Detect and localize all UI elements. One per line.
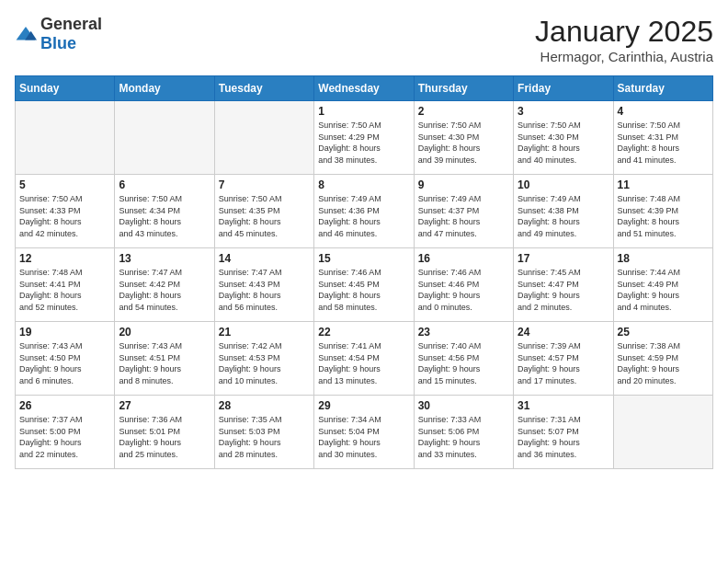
day-info: Sunrise: 7:38 AM Sunset: 4:59 PM Dayligh… bbox=[618, 340, 709, 386]
day-info: Sunrise: 7:50 AM Sunset: 4:30 PM Dayligh… bbox=[518, 120, 609, 166]
day-info: Sunrise: 7:35 AM Sunset: 5:03 PM Dayligh… bbox=[219, 414, 310, 460]
day-of-week-header: Sunday bbox=[16, 76, 115, 101]
calendar-day-cell: 13Sunrise: 7:47 AM Sunset: 4:42 PM Dayli… bbox=[115, 248, 214, 322]
day-number: 22 bbox=[318, 326, 409, 339]
calendar-day-cell: 4Sunrise: 7:50 AM Sunset: 4:31 PM Daylig… bbox=[613, 101, 712, 175]
day-info: Sunrise: 7:41 AM Sunset: 4:54 PM Dayligh… bbox=[318, 340, 409, 386]
calendar-day-cell: 31Sunrise: 7:31 AM Sunset: 5:07 PM Dayli… bbox=[514, 396, 613, 469]
day-of-week-header: Friday bbox=[514, 76, 613, 101]
calendar-day-cell: 5Sunrise: 7:50 AM Sunset: 4:33 PM Daylig… bbox=[16, 175, 115, 248]
day-number: 27 bbox=[119, 399, 210, 412]
day-info: Sunrise: 7:46 AM Sunset: 4:46 PM Dayligh… bbox=[418, 267, 509, 313]
day-info: Sunrise: 7:50 AM Sunset: 4:30 PM Dayligh… bbox=[418, 120, 509, 166]
day-number: 26 bbox=[19, 399, 110, 412]
day-info: Sunrise: 7:40 AM Sunset: 4:56 PM Dayligh… bbox=[418, 340, 509, 386]
calendar-day-cell: 17Sunrise: 7:45 AM Sunset: 4:47 PM Dayli… bbox=[514, 248, 613, 322]
day-info: Sunrise: 7:44 AM Sunset: 4:49 PM Dayligh… bbox=[618, 267, 709, 313]
day-number: 20 bbox=[119, 326, 210, 339]
day-info: Sunrise: 7:31 AM Sunset: 5:07 PM Dayligh… bbox=[518, 414, 609, 460]
calendar-day-cell bbox=[214, 101, 313, 175]
day-info: Sunrise: 7:50 AM Sunset: 4:35 PM Dayligh… bbox=[219, 193, 310, 239]
day-info: Sunrise: 7:45 AM Sunset: 4:47 PM Dayligh… bbox=[518, 267, 609, 313]
day-number: 9 bbox=[418, 178, 509, 191]
calendar-day-cell: 10Sunrise: 7:49 AM Sunset: 4:38 PM Dayli… bbox=[514, 175, 613, 248]
calendar-day-cell: 12Sunrise: 7:48 AM Sunset: 4:41 PM Dayli… bbox=[16, 248, 115, 322]
calendar-day-cell: 21Sunrise: 7:42 AM Sunset: 4:53 PM Dayli… bbox=[214, 322, 313, 396]
day-number: 18 bbox=[618, 252, 709, 265]
day-info: Sunrise: 7:43 AM Sunset: 4:51 PM Dayligh… bbox=[119, 340, 210, 386]
day-number: 14 bbox=[219, 252, 310, 265]
day-number: 10 bbox=[518, 178, 609, 191]
calendar-day-cell: 15Sunrise: 7:46 AM Sunset: 4:45 PM Dayli… bbox=[314, 248, 414, 322]
calendar-week-row: 26Sunrise: 7:37 AM Sunset: 5:00 PM Dayli… bbox=[16, 396, 713, 469]
calendar-day-cell: 29Sunrise: 7:34 AM Sunset: 5:04 PM Dayli… bbox=[314, 396, 414, 469]
day-info: Sunrise: 7:33 AM Sunset: 5:06 PM Dayligh… bbox=[418, 414, 509, 460]
logo: General Blue bbox=[15, 15, 102, 53]
day-info: Sunrise: 7:50 AM Sunset: 4:31 PM Dayligh… bbox=[618, 120, 709, 166]
calendar-day-cell: 27Sunrise: 7:36 AM Sunset: 5:01 PM Dayli… bbox=[115, 396, 214, 469]
calendar-week-row: 19Sunrise: 7:43 AM Sunset: 4:50 PM Dayli… bbox=[16, 322, 713, 396]
calendar-day-cell: 18Sunrise: 7:44 AM Sunset: 4:49 PM Dayli… bbox=[613, 248, 712, 322]
day-number: 21 bbox=[219, 326, 310, 339]
day-info: Sunrise: 7:50 AM Sunset: 4:34 PM Dayligh… bbox=[119, 193, 210, 239]
day-number: 13 bbox=[119, 252, 210, 265]
day-info: Sunrise: 7:39 AM Sunset: 4:57 PM Dayligh… bbox=[518, 340, 609, 386]
calendar-body: 1Sunrise: 7:50 AM Sunset: 4:29 PM Daylig… bbox=[16, 101, 713, 469]
calendar-week-row: 12Sunrise: 7:48 AM Sunset: 4:41 PM Dayli… bbox=[16, 248, 713, 322]
day-number: 2 bbox=[418, 105, 509, 118]
calendar-day-cell: 23Sunrise: 7:40 AM Sunset: 4:56 PM Dayli… bbox=[414, 322, 513, 396]
day-number: 28 bbox=[219, 399, 310, 412]
header: General Blue January 2025 Hermagor, Cari… bbox=[15, 15, 713, 64]
day-info: Sunrise: 7:48 AM Sunset: 4:39 PM Dayligh… bbox=[618, 193, 709, 239]
day-number: 12 bbox=[19, 252, 110, 265]
day-info: Sunrise: 7:46 AM Sunset: 4:45 PM Dayligh… bbox=[318, 267, 409, 313]
day-number: 19 bbox=[19, 326, 110, 339]
day-number: 8 bbox=[318, 178, 409, 191]
day-number: 7 bbox=[219, 178, 310, 191]
logo-blue-text: Blue bbox=[40, 34, 76, 52]
calendar-week-row: 5Sunrise: 7:50 AM Sunset: 4:33 PM Daylig… bbox=[16, 175, 713, 248]
day-number: 16 bbox=[418, 252, 509, 265]
calendar-day-cell: 2Sunrise: 7:50 AM Sunset: 4:30 PM Daylig… bbox=[414, 101, 513, 175]
calendar-day-cell: 6Sunrise: 7:50 AM Sunset: 4:34 PM Daylig… bbox=[115, 175, 214, 248]
day-number: 17 bbox=[518, 252, 609, 265]
calendar-day-cell: 7Sunrise: 7:50 AM Sunset: 4:35 PM Daylig… bbox=[214, 175, 313, 248]
day-number: 23 bbox=[418, 326, 509, 339]
day-of-week-header: Wednesday bbox=[314, 76, 414, 101]
day-number: 24 bbox=[518, 326, 609, 339]
day-of-week-header: Tuesday bbox=[214, 76, 313, 101]
calendar-day-cell: 1Sunrise: 7:50 AM Sunset: 4:29 PM Daylig… bbox=[314, 101, 414, 175]
day-number: 29 bbox=[318, 399, 409, 412]
day-info: Sunrise: 7:34 AM Sunset: 5:04 PM Dayligh… bbox=[318, 414, 409, 460]
day-info: Sunrise: 7:49 AM Sunset: 4:38 PM Dayligh… bbox=[518, 193, 609, 239]
day-number: 6 bbox=[119, 178, 210, 191]
calendar-day-cell: 22Sunrise: 7:41 AM Sunset: 4:54 PM Dayli… bbox=[314, 322, 414, 396]
day-info: Sunrise: 7:36 AM Sunset: 5:01 PM Dayligh… bbox=[119, 414, 210, 460]
calendar-day-cell: 25Sunrise: 7:38 AM Sunset: 4:59 PM Dayli… bbox=[613, 322, 712, 396]
month-title: January 2025 bbox=[535, 15, 713, 49]
calendar-day-cell: 26Sunrise: 7:37 AM Sunset: 5:00 PM Dayli… bbox=[16, 396, 115, 469]
calendar-day-cell: 9Sunrise: 7:49 AM Sunset: 4:37 PM Daylig… bbox=[414, 175, 513, 248]
title-area: January 2025 Hermagor, Carinthia, Austri… bbox=[535, 15, 713, 64]
calendar-day-cell: 20Sunrise: 7:43 AM Sunset: 4:51 PM Dayli… bbox=[115, 322, 214, 396]
day-info: Sunrise: 7:47 AM Sunset: 4:42 PM Dayligh… bbox=[119, 267, 210, 313]
day-info: Sunrise: 7:43 AM Sunset: 4:50 PM Dayligh… bbox=[19, 340, 110, 386]
day-info: Sunrise: 7:49 AM Sunset: 4:36 PM Dayligh… bbox=[318, 193, 409, 239]
calendar-day-cell bbox=[115, 101, 214, 175]
day-number: 3 bbox=[518, 105, 609, 118]
day-number: 25 bbox=[618, 326, 709, 339]
day-of-week-header: Thursday bbox=[414, 76, 513, 101]
day-number: 1 bbox=[318, 105, 409, 118]
calendar-day-cell: 14Sunrise: 7:47 AM Sunset: 4:43 PM Dayli… bbox=[214, 248, 313, 322]
calendar-day-cell: 28Sunrise: 7:35 AM Sunset: 5:03 PM Dayli… bbox=[214, 396, 313, 469]
calendar-week-row: 1Sunrise: 7:50 AM Sunset: 4:29 PM Daylig… bbox=[16, 101, 713, 175]
day-number: 5 bbox=[19, 178, 110, 191]
day-number: 30 bbox=[418, 399, 509, 412]
day-info: Sunrise: 7:48 AM Sunset: 4:41 PM Dayligh… bbox=[19, 267, 110, 313]
day-number: 15 bbox=[318, 252, 409, 265]
calendar-day-cell bbox=[16, 101, 115, 175]
calendar-day-cell: 8Sunrise: 7:49 AM Sunset: 4:36 PM Daylig… bbox=[314, 175, 414, 248]
calendar-day-cell bbox=[613, 396, 712, 469]
day-of-week-header: Saturday bbox=[613, 76, 712, 101]
calendar-day-cell: 19Sunrise: 7:43 AM Sunset: 4:50 PM Dayli… bbox=[16, 322, 115, 396]
